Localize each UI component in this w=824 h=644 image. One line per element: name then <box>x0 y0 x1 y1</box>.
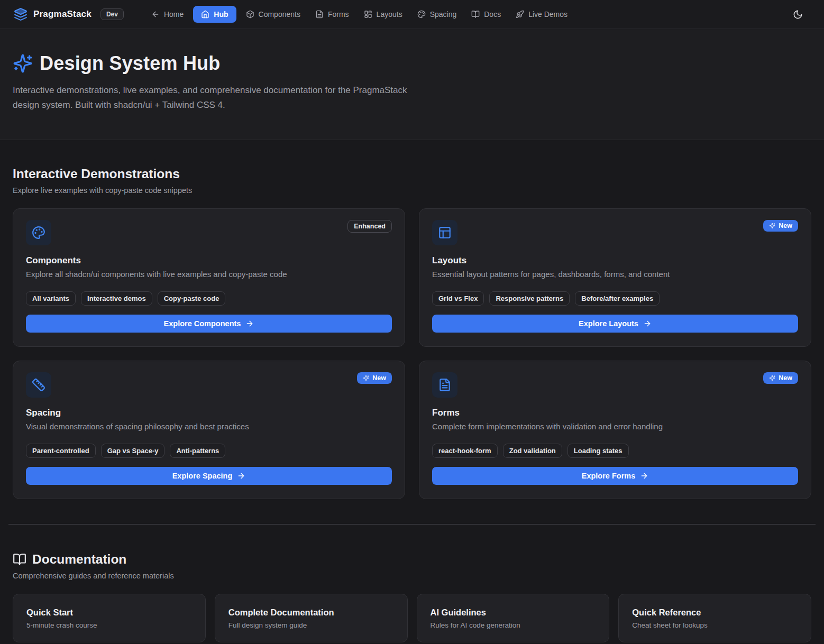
tag-chip: Anti-patterns <box>170 444 225 458</box>
sparkles-icon <box>13 53 33 73</box>
doc-card-description: Rules for AI code generation <box>431 621 596 629</box>
arrow-right-icon <box>237 472 245 480</box>
book-open-icon <box>13 553 26 566</box>
main-nav: Home Hub Components Forms Layouts Spacin… <box>146 6 573 23</box>
palette-icon <box>417 10 426 19</box>
brand[interactable]: PragmaStack Dev <box>14 7 124 21</box>
doc-card-title: Quick Start <box>26 608 192 618</box>
doc-card-title: AI Guidelines <box>431 608 596 618</box>
sparkles-icon <box>769 223 775 229</box>
tag-chip: react-hook-form <box>432 444 498 458</box>
theme-toggle-button[interactable] <box>793 10 803 20</box>
nav-item-docs[interactable]: Docs <box>466 6 506 23</box>
nav-label: Home <box>164 10 184 19</box>
doc-card-description: Full design system guide <box>228 621 394 629</box>
tag-chip: Grid vs Flex <box>432 291 484 306</box>
tag-chip: Copy-paste code <box>158 291 226 306</box>
card-title: Forms <box>432 408 798 418</box>
demo-card-forms[interactable]: New Forms Complete form implementations … <box>419 361 811 499</box>
cta-label: Explore Forms <box>582 472 636 480</box>
rocket-icon <box>516 10 524 19</box>
nav-item-forms[interactable]: Forms <box>310 6 354 23</box>
doc-card-quick-reference[interactable]: Quick Reference Cheat sheet for lookups <box>618 594 811 642</box>
nav-item-hub[interactable]: Hub <box>193 6 236 23</box>
explore-forms-button[interactable]: Explore Forms <box>432 467 798 485</box>
demo-card-grid: Enhanced Components Explore all shadcn/u… <box>13 208 811 499</box>
layers-icon <box>14 7 28 21</box>
page-title: Design System Hub <box>40 52 220 75</box>
doc-card-complete-documentation[interactable]: Complete Documentation Full design syste… <box>215 594 408 642</box>
tag-list: All variants Interactive demos Copy-past… <box>26 291 392 306</box>
page-subtitle: Interactive demonstrations, live example… <box>13 83 412 113</box>
cta-label: Explore Layouts <box>579 319 638 328</box>
docs-section: Documentation Comprehensive guides and r… <box>13 525 811 644</box>
nav-label: Live Demos <box>528 10 567 19</box>
nav-item-layouts[interactable]: Layouts <box>359 6 408 23</box>
demos-section: Interactive Demonstrations Explore live … <box>13 140 811 499</box>
sparkles-icon <box>363 375 369 381</box>
doc-card-title: Complete Documentation <box>228 608 394 618</box>
badge-label: New <box>372 374 386 382</box>
file-text-icon <box>315 10 324 19</box>
tag-list: Grid vs Flex Responsive patterns Before/… <box>432 291 798 306</box>
panels-top-left-icon <box>432 220 457 245</box>
doc-card-ai-guidelines[interactable]: AI Guidelines Rules for AI code generati… <box>417 594 610 642</box>
doc-card-description: 5-minute crash course <box>26 621 192 629</box>
nav-label: Components <box>259 10 300 19</box>
tag-chip: All variants <box>26 291 76 306</box>
card-description: Complete form implementations with valid… <box>432 422 798 431</box>
doc-card-grid: Quick Start 5-minute crash course Comple… <box>13 594 811 642</box>
card-description: Essential layout patterns for pages, das… <box>432 270 798 279</box>
tag-chip: Loading states <box>567 444 629 458</box>
demos-subheading: Explore live examples with copy-paste co… <box>13 186 811 195</box>
doc-card-title: Quick Reference <box>632 608 798 618</box>
nav-item-live-demos[interactable]: Live Demos <box>510 6 573 23</box>
tag-chip: Before/after examples <box>575 291 660 306</box>
home-icon <box>201 10 209 19</box>
demo-card-spacing[interactable]: New Spacing Visual demonstrations of spa… <box>13 361 405 499</box>
enhanced-badge: Enhanced <box>347 220 392 233</box>
explore-layouts-button[interactable]: Explore Layouts <box>432 315 798 333</box>
nav-label: Forms <box>328 10 349 19</box>
brand-name: PragmaStack <box>33 9 91 20</box>
demo-card-layouts[interactable]: New Layouts Essential layout patterns fo… <box>419 208 811 347</box>
cta-label: Explore Spacing <box>172 472 233 480</box>
nav-item-spacing[interactable]: Spacing <box>412 6 462 23</box>
demo-card-components[interactable]: Enhanced Components Explore all shadcn/u… <box>13 208 405 347</box>
explore-spacing-button[interactable]: Explore Spacing <box>26 467 392 485</box>
package-icon <box>246 10 254 19</box>
nav-label: Layouts <box>377 10 402 19</box>
nav-item-home[interactable]: Home <box>146 6 189 23</box>
arrow-left-icon <box>151 10 160 19</box>
nav-item-components[interactable]: Components <box>241 6 306 23</box>
docs-subheading: Comprehensive guides and reference mater… <box>13 572 811 580</box>
explore-components-button[interactable]: Explore Components <box>26 315 392 333</box>
hero-section: Design System Hub Interactive demonstrat… <box>0 29 824 140</box>
card-title: Layouts <box>432 255 798 266</box>
layout-dashboard-icon <box>364 10 372 19</box>
card-description: Explore all shadcn/ui components with li… <box>26 270 392 279</box>
card-title: Components <box>26 255 392 266</box>
doc-card-quick-start[interactable]: Quick Start 5-minute crash course <box>13 594 206 642</box>
nav-label: Hub <box>214 10 228 19</box>
tag-chip: Zod validation <box>503 444 562 458</box>
file-text-icon <box>432 372 457 398</box>
tag-chip: Responsive patterns <box>489 291 570 306</box>
badge-label: New <box>779 222 792 229</box>
demos-heading: Interactive Demonstrations <box>13 167 811 181</box>
card-description: Visual demonstrations of spacing philoso… <box>26 422 392 431</box>
tag-chip: Parent-controlled <box>26 444 96 458</box>
tag-chip: Interactive demos <box>81 291 152 306</box>
arrow-right-icon <box>643 319 652 328</box>
doc-card-description: Cheat sheet for lookups <box>632 621 798 629</box>
book-open-icon <box>471 10 480 19</box>
badge-label: New <box>779 374 792 382</box>
top-nav-bar: PragmaStack Dev Home Hub Components Form… <box>0 0 824 29</box>
new-badge: New <box>763 372 798 384</box>
tag-list: react-hook-form Zod validation Loading s… <box>432 444 798 458</box>
tag-list: Parent-controlled Gap vs Space-y Anti-pa… <box>26 444 392 458</box>
ruler-icon <box>26 372 51 398</box>
env-badge: Dev <box>100 8 124 20</box>
tag-chip: Gap vs Space-y <box>101 444 165 458</box>
nav-label: Docs <box>484 10 501 19</box>
